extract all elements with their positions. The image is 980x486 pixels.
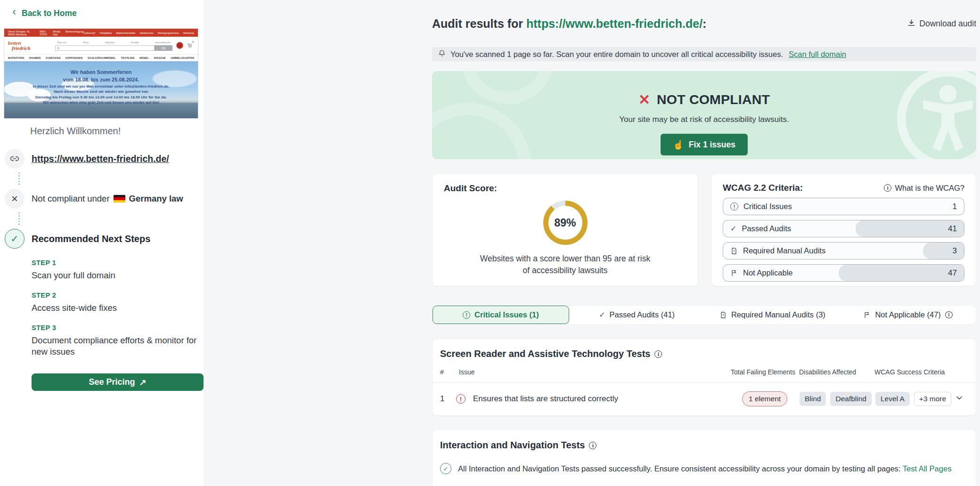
chevron-left-icon	[10, 8, 18, 18]
welcome-text: Herzlich Willkommen!	[30, 126, 204, 137]
test-all-pages-link[interactable]: Test All Pages	[903, 464, 952, 473]
download-audit-label: Download audit	[919, 19, 976, 29]
tab-label: Critical Issues (1)	[474, 310, 539, 319]
score-value: 89%	[548, 206, 582, 240]
info-icon: i	[654, 350, 662, 358]
interaction-message: All Interaction and Navigation Tests pas…	[458, 464, 903, 473]
what-is-wcag-link[interactable]: i What is the WCAG?	[884, 184, 964, 193]
site-url-row: https://www.betten-friedrich.de/	[5, 149, 204, 169]
more-badge[interactable]: +3 more	[914, 392, 951, 406]
wcag-row-not-applicable[interactable]: Not Applicable 47	[723, 264, 964, 282]
col-issue: Issue	[459, 368, 474, 376]
preview-logo-line1: betten	[8, 40, 51, 46]
back-to-home-link[interactable]: Back to Home	[0, 0, 77, 18]
hero-line: Dienstag bis Freitag von 9.30 bis 13.00 …	[4, 95, 198, 100]
wcag-row-passed[interactable]: ✓ Passed Audits 41	[723, 220, 964, 237]
wcag-row-value: 3	[953, 246, 957, 256]
title-url: https://www.betten-friedrich.de/	[526, 17, 702, 30]
preview-service1: Bettenreinigung	[65, 30, 84, 36]
col-number: #	[440, 368, 444, 376]
hero-line: Wir wünschen allen eine gute Zeit und fr…	[4, 100, 198, 105]
compliance-country: Germany law	[129, 194, 183, 204]
preview-markenhersteller: Markenhersteller	[116, 32, 136, 34]
step-1-text: Scan your full domain	[32, 270, 204, 281]
download-audit-button[interactable]: Download audit	[907, 18, 976, 30]
preview-search: OK	[55, 45, 172, 51]
preview-menu-item: RAHMEN	[29, 57, 41, 59]
preview-hero-image: Wir haben Sommerferien vom 18.08. bis zu…	[4, 61, 198, 119]
issue-row[interactable]: 1 ! Ensures that lists are structured co…	[433, 382, 976, 415]
preview-menu-item: MÖBEL	[139, 57, 149, 59]
preview-address: Obere Königstr. 41, 96052 Bamberg	[8, 30, 35, 36]
preview-seal-badge	[176, 42, 183, 49]
wcag-level-badge: Level A	[875, 392, 910, 406]
issue-tabs: ! Critical Issues (1) ✓ Passed Audits (4…	[432, 305, 976, 324]
preview-header: betten friedrich Über uns Filme Aktuelle…	[4, 37, 198, 54]
preview-parkplaetze: Parkplätze	[100, 32, 112, 34]
search-icon	[57, 47, 59, 49]
interaction-text: All Interaction and Navigation Tests pas…	[458, 464, 951, 473]
preview-cart: 0	[186, 42, 194, 49]
steps-list: STEP 1 Scan your full domain STEP 2 Acce…	[32, 259, 204, 357]
score-note-line2: of accessibility lawsuits	[444, 265, 686, 276]
preview-search-input	[55, 45, 155, 51]
flag-icon	[863, 311, 871, 319]
score-donut: 89%	[543, 201, 588, 245]
check-circle-icon: ✓	[5, 229, 24, 249]
wcag-row-critical[interactable]: ! Critical Issues 1	[723, 198, 964, 215]
compliance-status-text: Not compliant under	[32, 194, 110, 204]
preview-menu: MATRATZEN RAHMEN ZUDECKEN KOPFKISSEN SCH…	[4, 54, 198, 61]
tab-required-manual-audits[interactable]: Required Manual Audits (3)	[705, 306, 841, 324]
preview-menu-item: WÄSCHE	[154, 57, 166, 59]
download-icon	[907, 18, 916, 30]
preview-menu-item: SCHLAFRAUMMÖBEL	[88, 57, 116, 59]
preview-nav-link: Über uns	[57, 41, 66, 44]
preview-menu-item: MATRATZEN	[8, 57, 24, 59]
col-wcag-success-criteria: WCAG Success Criteria	[874, 368, 945, 376]
hero-line: Wir haben Sommerferien	[4, 69, 198, 76]
scan-banner-text: You've scanned 1 page so far. Scan your …	[450, 50, 783, 59]
preview-nav: Über uns Filme Aktuelles Kontakt persona…	[55, 40, 172, 45]
info-icon: i	[945, 311, 953, 318]
preview-logo-line2: friedrich	[12, 46, 51, 51]
dotted-connector	[18, 212, 20, 225]
compliance-status-row: × Not compliant under Germany law	[5, 189, 204, 209]
tab-not-applicable[interactable]: Not Applicable (47) i	[840, 306, 976, 324]
tab-passed-audits[interactable]: ✓ Passed Audits (41)	[569, 306, 705, 324]
issue-description: Ensures that lists are structured correc…	[473, 394, 618, 404]
step-3-label: STEP 3	[32, 324, 204, 332]
scan-full-domain-link[interactable]: Scan full domain	[789, 50, 846, 59]
tab-label: Not Applicable (47)	[875, 310, 940, 319]
preview-cart-count: 0	[192, 40, 194, 43]
failing-elements-badge: 1 element	[742, 391, 787, 406]
preview-menu-item: ZUDECKEN	[46, 57, 60, 59]
wcag-row-label: Required Manual Audits	[743, 246, 825, 255]
preview-nav-link: personalsuche	[155, 41, 171, 44]
preview-nav-link: Filme	[83, 41, 89, 44]
tab-critical-issues[interactable]: ! Critical Issues (1)	[433, 306, 569, 324]
bell-icon	[438, 49, 446, 59]
chevron-down-icon[interactable]	[955, 393, 964, 405]
wcag-badges: Level A +3 more	[875, 392, 951, 406]
fix-issues-button[interactable]: ☝ Fix 1 issues	[661, 134, 748, 155]
check-icon: ✓	[599, 310, 605, 319]
wcag-row-manual[interactable]: Required Manual Audits 3	[723, 242, 964, 259]
see-pricing-button[interactable]: See Pricing ↗	[32, 373, 204, 391]
audit-score-title: Audit Score:	[444, 183, 686, 194]
disability-badge: Deafblind	[830, 392, 872, 406]
wcag-row-label: Critical Issues	[743, 202, 792, 211]
preview-menu-item: TEXTILIEN	[121, 57, 135, 59]
sidebar: Back to Home Obere Königstr. 41, 96052 B…	[0, 0, 204, 486]
preview-menu-item: HIMMELSGARTEN	[171, 57, 194, 59]
wcag-criteria-card: WCAG 2.2 Criteria: i What is the WCAG? !…	[711, 173, 976, 286]
decor-ring	[432, 103, 531, 159]
arrow-up-right-icon: ↗	[139, 377, 146, 388]
document-icon	[730, 247, 738, 255]
site-url-link[interactable]: https://www.betten-friedrich.de/	[32, 154, 169, 164]
alert-circle-icon: !	[463, 311, 470, 319]
col-total-failing-elements: Total Failing Elements	[731, 368, 795, 376]
interaction-section: Interaction and Navigation Tests i ✓ All…	[432, 429, 976, 486]
step-1-label: STEP 1	[32, 259, 204, 267]
preview-lieferung: Lieferung*	[84, 32, 96, 34]
preview-logo: betten friedrich	[8, 40, 51, 51]
